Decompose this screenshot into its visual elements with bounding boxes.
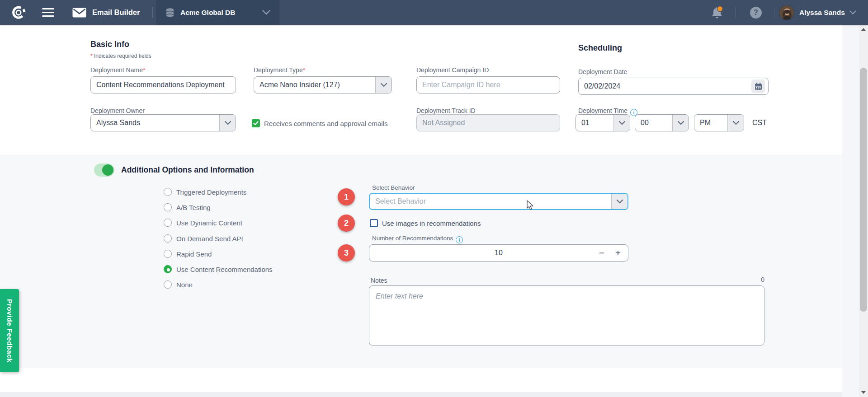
brand-logo-icon <box>11 5 26 20</box>
deployment-owner-select[interactable]: Alyssa Sands <box>90 114 236 131</box>
radio-icon <box>164 250 172 258</box>
provide-feedback-button[interactable]: Provide Feedback <box>0 289 19 372</box>
increment-button[interactable]: + <box>612 245 624 261</box>
chevron-down-icon <box>613 115 630 131</box>
step-badge-2: 2 <box>338 215 355 232</box>
calendar-icon <box>755 83 762 90</box>
select-behavior-dropdown[interactable]: Select Behavior <box>369 193 628 210</box>
scroll-up-icon <box>861 28 866 31</box>
use-images-label: Use images in recommendations <box>382 220 481 227</box>
radio-icon <box>164 280 172 289</box>
required-fields-note: * Indicates required fields <box>90 53 151 59</box>
deployment-campaign-id-label: Deployment Campaign ID <box>416 66 489 74</box>
use-images-checkbox[interactable] <box>370 219 378 227</box>
project-selector[interactable]: Acme Global DB <box>156 0 279 25</box>
additional-options-toggle[interactable] <box>94 163 114 177</box>
scroll-down-button[interactable] <box>859 388 868 397</box>
radio-icon <box>164 219 172 227</box>
app-title: Email Builder <box>92 0 140 25</box>
deployment-type-select[interactable]: Acme Nano Insider (127) <box>254 76 392 93</box>
additional-options-title: Additional Options and Information <box>121 165 254 175</box>
deployment-owner-label: Deployment Owner <box>90 107 145 114</box>
radio-selected-icon <box>164 265 172 273</box>
receives-emails-label: Receives comments and approval emails <box>264 120 387 127</box>
step-badge-3: 3 <box>338 244 355 262</box>
chevron-down-icon <box>262 10 270 15</box>
decrement-button[interactable]: − <box>595 245 608 261</box>
notifications-button[interactable] <box>710 0 724 25</box>
chevron-down-icon <box>611 194 627 209</box>
deployment-track-id-input <box>416 114 560 131</box>
chevron-down-icon <box>727 115 744 131</box>
help-icon: ? <box>750 7 762 19</box>
email-builder-icon <box>72 0 86 25</box>
timezone-label: CST <box>752 119 767 127</box>
project-selector-label: Acme Global DB <box>180 9 235 17</box>
radio-option-none[interactable]: None <box>164 280 193 289</box>
scroll-up-button[interactable] <box>859 25 868 34</box>
content-bottom <box>0 368 842 392</box>
radio-option-on-demand-send-api[interactable]: On Demand Send API <box>164 234 243 243</box>
time-meridiem-select[interactable]: PM <box>694 114 744 131</box>
scroll-down-icon <box>861 391 866 394</box>
notes-char-counter: 0 <box>741 276 764 283</box>
recommendations-count-value: 10 <box>369 245 628 261</box>
basic-info-title: Basic Info <box>90 40 129 49</box>
scheduling-title: Scheduling <box>578 43 622 53</box>
nav-divider <box>736 7 736 18</box>
deployment-name-label: Deployment Name* <box>90 66 145 74</box>
info-icon[interactable]: i <box>456 236 463 243</box>
hamburger-menu-button[interactable] <box>42 0 54 25</box>
calendar-button[interactable] <box>751 79 765 93</box>
step-badge-1: 1 <box>338 188 355 206</box>
recommendations-stepper: 10 − + <box>369 244 628 262</box>
deployment-name-input[interactable] <box>90 76 236 93</box>
deployment-date-label: Deployment Date <box>578 68 627 75</box>
user-name: Alyssa Sands <box>799 0 845 25</box>
help-button[interactable]: ? <box>750 0 762 25</box>
select-behavior-label: Select Behavior <box>372 184 415 191</box>
radio-option-ab-testing[interactable]: A/B Testing <box>164 203 211 211</box>
notes-label: Notes <box>371 277 387 284</box>
scrollbar-thumb[interactable] <box>860 68 867 312</box>
chevron-down-icon <box>375 77 392 93</box>
chevron-down-icon <box>672 115 689 131</box>
radio-icon <box>164 203 172 211</box>
hamburger-icon <box>42 8 54 17</box>
notes-textarea[interactable] <box>369 285 764 346</box>
nav-divider <box>152 7 153 18</box>
user-menu-chevron[interactable] <box>849 0 856 25</box>
user-menu[interactable] <box>779 0 794 25</box>
number-of-recommendations-label: Number of Recommendationsi <box>372 235 463 243</box>
bell-icon <box>710 6 724 19</box>
nav-divider <box>774 7 774 18</box>
time-hour-select[interactable]: 01 <box>576 114 630 131</box>
time-minute-select[interactable]: 00 <box>635 114 689 131</box>
deployment-campaign-id-input[interactable] <box>416 76 560 93</box>
user-avatar <box>779 5 794 20</box>
receives-emails-checkbox[interactable] <box>252 119 260 127</box>
check-icon <box>253 121 259 126</box>
main-content: Basic Info * Indicates required fields D… <box>0 25 859 397</box>
top-navbar: Email Builder Acme Global DB <box>0 0 868 25</box>
radio-option-rapid-send[interactable]: Rapid Send <box>164 250 212 258</box>
app-logo[interactable] <box>11 0 26 25</box>
vertical-scrollbar <box>859 25 868 397</box>
radio-option-use-dynamic-content[interactable]: Use Dynamic Content <box>164 219 242 227</box>
radio-option-triggered-deployments[interactable]: Triggered Deployments <box>164 188 246 196</box>
database-icon <box>165 8 175 18</box>
footer-strip <box>0 392 842 397</box>
radio-icon <box>164 188 172 196</box>
toggle-knob <box>102 164 113 176</box>
deployment-type-label: Deployment Type* <box>254 66 305 74</box>
radio-option-use-content-recommendations[interactable]: Use Content Recommendations <box>164 265 273 273</box>
radio-icon <box>164 234 172 243</box>
deployment-date-input[interactable] <box>578 78 769 95</box>
chevron-down-icon <box>849 10 856 14</box>
chevron-down-icon <box>219 115 236 131</box>
deployment-track-id-label: Deployment Track ID <box>416 107 476 114</box>
